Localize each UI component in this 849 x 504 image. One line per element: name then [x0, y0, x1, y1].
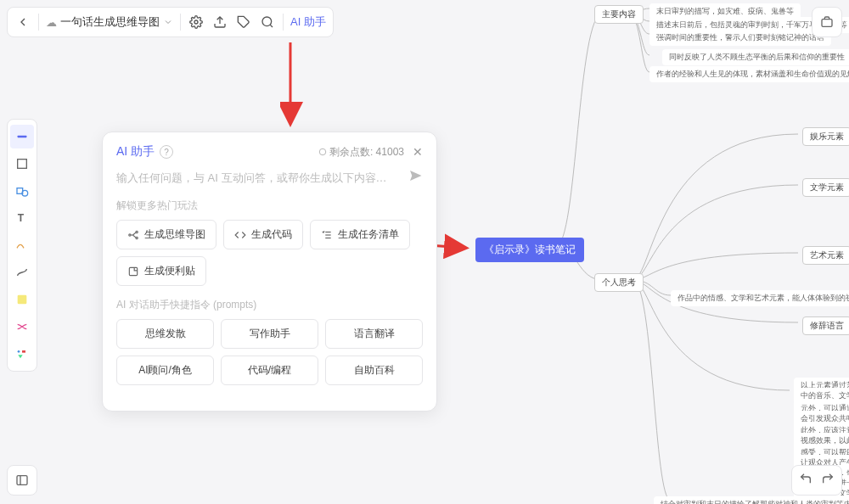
mindmap-leaf[interactable]: 同时反映了人类不顾生态平衡的后果和信仰的重要性: [662, 49, 849, 65]
svg-point-24: [136, 231, 138, 232]
prompt-role-button[interactable]: AI顾问/角色: [116, 356, 214, 385]
svg-rect-12: [22, 350, 25, 353]
mindmap-leaf[interactable]: 作者的经验和人生见的体现，素材涵盖和生命价值观的见解应是在读者眼: [649, 66, 849, 82]
tool-sticky[interactable]: [10, 288, 34, 311]
tool-more[interactable]: [10, 342, 34, 366]
close-icon[interactable]: ✕: [413, 145, 423, 159]
mindmap-leaf[interactable]: 作品中的情感、文学和艺术元素，能人体体验到的视听感官: [671, 290, 849, 306]
ai-panel-title: AI 助手: [116, 144, 155, 160]
send-button[interactable]: [408, 168, 423, 187]
svg-marker-22: [410, 171, 422, 181]
annotation-arrow-down: [280, 42, 306, 127]
prompt-translate-button[interactable]: 语言翻译: [325, 319, 423, 349]
ai-assistant-panel: AI 助手 ? 剩余点数: 41003 ✕ 解锁更多热门玩法 生成思维导图 生成…: [102, 132, 437, 412]
ai-assistant-label[interactable]: AI 助手: [290, 14, 326, 30]
svg-point-3: [262, 17, 272, 26]
prompt-coding-button[interactable]: 代码/编程: [221, 356, 318, 385]
mindmap-root-node[interactable]: 《启示录》读书笔记: [475, 238, 584, 262]
document-title[interactable]: ☁ 一句话生成思维导图: [46, 14, 173, 30]
svg-point-25: [136, 237, 138, 238]
mindmap-node[interactable]: 娱乐元素: [802, 127, 849, 146]
mindmap-node[interactable]: 修辞语言: [802, 316, 849, 335]
svg-line-4: [270, 25, 273, 27]
tag-icon[interactable]: [235, 14, 252, 31]
svg-marker-13: [18, 355, 22, 358]
prompts-section-label: AI 对话助手快捷指令 (prompts): [116, 298, 423, 312]
undo-button[interactable]: [799, 472, 812, 489]
cloud-icon: ☁: [46, 16, 57, 29]
ai-prompt-input[interactable]: [116, 171, 401, 184]
title-text: 一句话生成思维导图: [60, 14, 160, 30]
tool-frame[interactable]: [10, 152, 34, 176]
search-icon[interactable]: [259, 14, 276, 31]
mindmap-node[interactable]: 主要内容: [594, 5, 644, 24]
topbar: ☁ 一句话生成思维导图 AI 助手: [7, 7, 334, 37]
prompt-expand-button[interactable]: 思维发散: [116, 319, 214, 349]
tool-shape[interactable]: [10, 179, 34, 203]
svg-point-23: [129, 233, 131, 235]
svg-point-0: [194, 20, 198, 24]
tool-connector[interactable]: [10, 260, 34, 284]
gen-mindmap-button[interactable]: 生成思维导图: [116, 220, 216, 249]
mindmap-node[interactable]: 文学元素: [802, 178, 849, 197]
help-icon[interactable]: ?: [160, 145, 173, 159]
svg-rect-5: [18, 136, 27, 138]
settings-icon[interactable]: [188, 14, 205, 31]
svg-rect-10: [18, 295, 27, 305]
mindmap-node[interactable]: 艺术元素: [802, 246, 849, 265]
undo-redo-bar: [791, 465, 842, 496]
redo-button[interactable]: [821, 472, 835, 489]
svg-rect-6: [18, 160, 27, 169]
remaining-points: 剩余点数: 41003: [318, 145, 404, 160]
gen-tasklist-button[interactable]: 生成任务清单: [310, 220, 410, 249]
mindmap-leaf[interactable]: 强调时间的重要性，警示人们要时刻铭记神的话语: [649, 30, 831, 46]
tool-pen[interactable]: [10, 233, 34, 257]
prompt-encyclopedia-button[interactable]: 自助百科: [325, 356, 423, 385]
popular-section-label: 解锁更多热门玩法: [116, 199, 423, 213]
gen-code-button[interactable]: 生成代码: [223, 220, 303, 249]
gen-sticky-button[interactable]: 生成便利贴: [116, 256, 206, 286]
tool-text[interactable]: T: [10, 206, 34, 230]
svg-rect-29: [129, 267, 137, 275]
left-toolbar: T: [7, 119, 37, 372]
collapse-sidebar-button[interactable]: [7, 465, 37, 496]
mindmap-leaf[interactable]: 结合对审判和末日的描绘了解那些对神和人类的审判等内: [654, 496, 849, 504]
svg-rect-14: [17, 476, 27, 485]
prompt-writing-button[interactable]: 写作助手: [221, 319, 318, 349]
svg-rect-16: [822, 20, 832, 27]
mindmap-node[interactable]: 个人思考: [594, 273, 644, 292]
svg-text:T: T: [18, 212, 25, 224]
svg-point-21: [319, 148, 326, 155]
tool-select[interactable]: [10, 125, 34, 148]
svg-point-11: [18, 350, 20, 353]
export-icon[interactable]: [211, 14, 228, 31]
back-button[interactable]: [14, 14, 31, 31]
briefcase-button[interactable]: [812, 7, 842, 37]
mindmap-canvas[interactable]: 《启示录》读书笔记 主要内容 末日审判的描写，如灾难、疫病、鬼兽等 描述末日前后…: [458, 0, 849, 504]
chevron-down-icon: [163, 17, 173, 27]
tool-mindmap[interactable]: [10, 315, 34, 339]
